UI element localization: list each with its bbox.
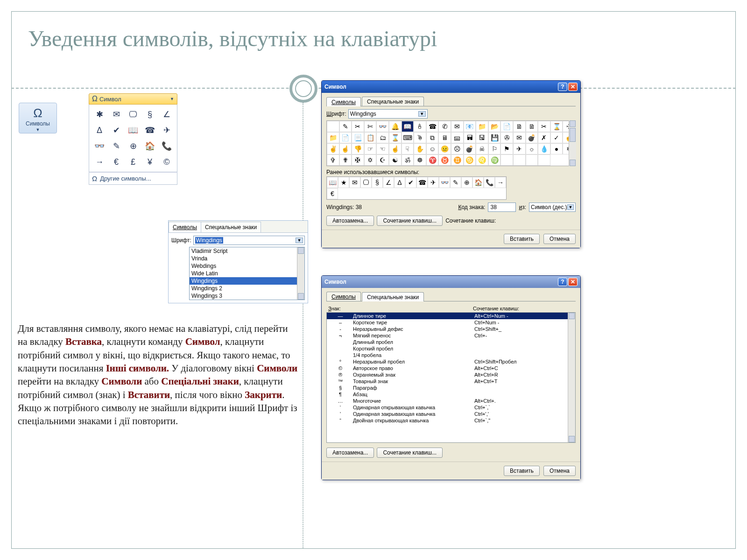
shortcut-button[interactable]: Сочетание клавиш... [377,216,443,226]
autocorrect-button[interactable]: Автозамена... [326,216,374,226]
scroll-up-icon[interactable] [569,313,575,319]
help-button[interactable]: ? [558,278,567,286]
tab-symbols[interactable]: Символы [326,97,361,106]
font-option[interactable]: Wingdings 2 [190,285,304,292]
symbol-cell[interactable]: ⌛ [550,121,563,132]
symbol-cell[interactable]: 💧 [538,143,550,154]
symbol-cell[interactable]: ✆ [438,121,451,132]
special-char-row[interactable]: —Длинное тиреAlt+Ctrl+Num - [327,313,575,319]
font-combo[interactable]: Wingdings ▼ [193,236,305,245]
symbol-dropdown-header[interactable]: Ω Символ ▼ [89,93,177,105]
symbol-cell[interactable]: 📖 [125,122,141,138]
symbol-cell[interactable]: 👎 [352,143,364,154]
recent-symbol-cell[interactable]: 👓 [439,177,450,188]
ribbon-symbols-button[interactable]: Ω Символы ▼ [19,103,57,133]
symbol-cell[interactable]: ♊ [451,154,464,166]
symbol-cell[interactable]: 💾 [488,132,501,143]
dialog-titlebar[interactable]: Символ ? ✕ [322,276,580,288]
recent-symbol-cell[interactable]: Δ [394,177,405,188]
symbol-cell[interactable]: ● [550,143,563,154]
font-list[interactable]: Vladimir ScriptVrindaWebdingsWide LatinW… [189,247,305,300]
symbol-cell[interactable]: ☹ [451,143,464,154]
symbol-cell[interactable]: 📧 [464,121,476,132]
cancel-button[interactable]: Отмена [543,234,576,244]
symbol-cell[interactable]: ⌨ [402,132,414,143]
symbol-cell[interactable]: ☎ [426,121,439,132]
special-char-row[interactable]: Короткий пробел [327,345,575,352]
symbol-cell[interactable]: 📃 [352,132,364,143]
scrollbar[interactable] [568,313,575,442]
recent-symbol-cell[interactable]: 📞 [484,177,495,188]
symbol-cell[interactable]: 📁 [476,121,488,132]
symbol-cell[interactable]: ∠ [158,106,175,122]
special-char-row[interactable]: 1/4 пробела [327,352,575,358]
symbol-cell[interactable]: ✔ [108,122,125,138]
font-option[interactable]: Wide Latin [190,270,304,277]
symbol-cell[interactable]: 📞 [158,138,175,154]
special-char-row[interactable]: …МноготочиеAlt+Ctrl+. [327,398,575,404]
scroll-down-icon[interactable] [570,160,576,166]
symbol-cell[interactable]: ✗ [538,132,550,143]
symbol-cell[interactable]: ✎ [108,138,125,154]
symbol-cell[interactable]: € [108,154,125,170]
symbol-cell[interactable]: 💣 [526,132,538,143]
symbol-cell[interactable]: 🖵 [125,106,141,122]
symbol-cell[interactable]: 📁 [327,132,339,143]
recent-symbol-cell[interactable]: ⊕ [461,177,472,188]
recent-symbols-grid[interactable]: 📖★✉🖵§∠Δ✔☎✈👓✎⊕🏠📞→€ [326,176,507,200]
special-char-list[interactable]: —Длинное тиреAlt+Ctrl+Num -–Короткое тир… [326,312,576,443]
special-char-row[interactable]: ©Авторское правоAlt+Ctrl+C [327,365,575,371]
special-char-row[interactable]: “Двойная открывающая кавычкаCtrl+`," [327,417,575,424]
symbol-cell[interactable]: ☠ [476,143,488,154]
recent-symbol-cell[interactable]: ✎ [450,177,461,188]
symbol-cell[interactable]: ✈ [158,122,175,138]
special-char-row[interactable]: ®Охраняемый знакAlt+Ctrl+R [327,371,575,378]
symbol-cell[interactable]: Δ [91,122,108,138]
tab-special[interactable]: Специальные знаки [362,292,424,301]
symbol-cell[interactable]: ✈ [513,143,526,154]
symbol-cell[interactable]: 📖 [402,121,414,132]
from-combo[interactable]: Символ (дес.) ▼ [529,203,576,212]
symbol-cell[interactable]: 📄 [339,132,352,143]
symbol-cell[interactable]: ✉ [108,106,125,122]
special-char-row[interactable]: ’Одинарная закрывающая кавычкаCtrl+',' [327,411,575,417]
symbol-cell[interactable]: ✎ [339,121,352,132]
symbol-cell[interactable]: 🖫 [476,132,488,143]
recent-symbol-cell[interactable]: ★ [338,177,349,188]
symbol-cell[interactable]: 🖴 [451,132,464,143]
special-char-row[interactable]: -Неразрывный дефисCtrl+Shift+_ [327,326,575,332]
help-button[interactable]: ? [558,83,567,91]
symbol-cell[interactable]: ☜ [376,143,389,154]
recent-symbol-cell[interactable]: ☎ [416,177,428,188]
scrollbar[interactable] [569,120,576,166]
recent-symbol-cell[interactable]: 📖 [327,177,338,188]
symbol-cell[interactable] [526,154,538,166]
close-button[interactable]: ✕ [568,83,578,91]
recent-symbol-cell[interactable]: ✔ [405,177,416,188]
close-button[interactable]: ✕ [568,278,578,286]
special-char-row[interactable]: ™Товарный знакAlt+Ctrl+T [327,378,575,385]
cancel-button[interactable]: Отмена [543,466,576,476]
font-option[interactable]: Wingdings 3 [190,292,304,300]
recent-symbol-cell[interactable]: 🏠 [472,177,484,188]
symbol-cell[interactable]: ✟ [339,154,352,166]
special-char-row[interactable]: –Короткое тиреCtrl+Num - [327,319,575,326]
symbol-cell[interactable]: ♉ [438,154,451,166]
symbol-cell[interactable]: ☎ [141,122,158,138]
symbol-cell[interactable]: § [141,106,158,122]
symbol-cell[interactable]: ☝ [389,143,402,154]
symbol-cell[interactable]: 💣 [464,143,476,154]
symbol-cell[interactable]: ✂ [538,121,550,132]
scroll-down-icon[interactable] [298,293,304,300]
scrollbar[interactable] [297,247,304,300]
autocorrect-button[interactable]: Автозамена... [326,448,374,458]
symbol-cell[interactable]: 🖬 [464,132,476,143]
symbol-cell[interactable]: → [91,154,108,170]
symbol-grid[interactable]: ✎✂✄👓🔔📖🕯☎✆✉📧📁📂📄🗎🗎✂⌛✈📁📄📃📋🗂⌛⌨🖰⧉🖥🖴🖬🖫💾✇✉💣✗✓☝✌… [326,120,576,166]
symbol-cell[interactable]: 👓 [376,121,389,132]
symbol-cell[interactable]: ☞ [364,143,377,154]
symbol-cell[interactable]: ⌛ [389,132,402,143]
insert-button[interactable]: Вставить [504,234,540,244]
symbol-cell[interactable]: £ [125,154,141,170]
special-char-row[interactable]: °Неразрывный пробелCtrl+Shift+Пробел [327,358,575,365]
